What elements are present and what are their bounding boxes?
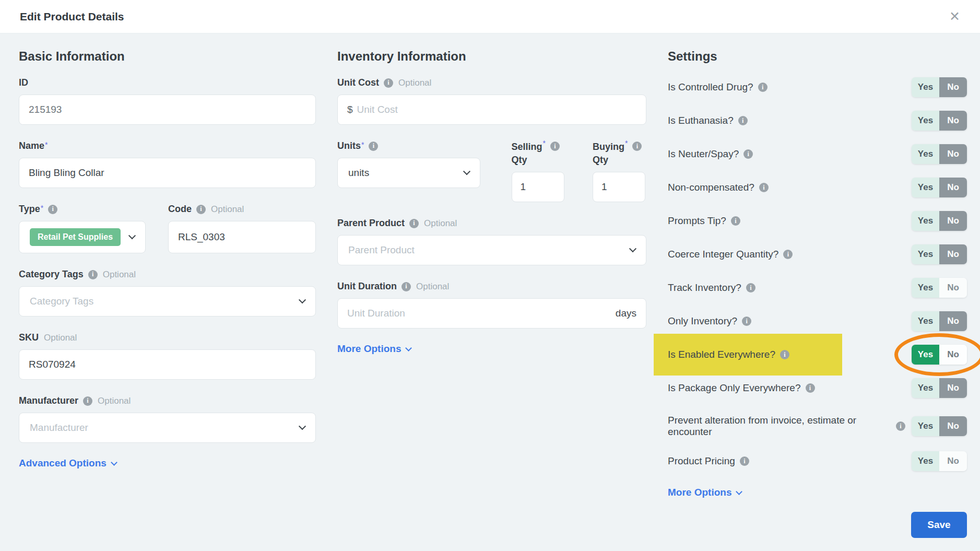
toggle-yes-option[interactable]: Yes: [912, 244, 939, 264]
toggle-yes-option[interactable]: Yes: [912, 416, 939, 436]
manufacturer-select[interactable]: Manufacturer: [19, 413, 316, 443]
selling-qty-input[interactable]: [521, 181, 556, 193]
info-icon[interactable]: i: [758, 83, 768, 92]
advanced-options-link[interactable]: Advanced Options: [19, 458, 116, 469]
toggle-no-option[interactable]: No: [939, 144, 967, 164]
yes-no-toggle[interactable]: Yes No: [912, 111, 967, 131]
yes-no-toggle[interactable]: Yes No: [912, 311, 967, 331]
yes-no-toggle[interactable]: Yes No: [912, 77, 967, 97]
setting-label: Track Inventory?: [668, 282, 741, 294]
unit-cost-input[interactable]: [357, 104, 636, 115]
yes-no-toggle[interactable]: Yes No: [912, 278, 967, 298]
yes-no-toggle[interactable]: Yes No: [912, 378, 967, 398]
toggle-no-option[interactable]: No: [939, 244, 967, 264]
info-icon[interactable]: i: [550, 142, 560, 151]
info-icon[interactable]: i: [780, 350, 789, 359]
units-field-group: Units* i units: [337, 140, 480, 202]
setting-label: Product Pricing: [668, 455, 735, 467]
inventory-information-heading: Inventory Information: [337, 49, 646, 64]
info-icon[interactable]: i: [409, 219, 419, 228]
toggle-no-option[interactable]: No: [939, 111, 967, 131]
yes-no-toggle[interactable]: Yes No: [912, 451, 967, 471]
basic-information-section: Basic Information ID Name* Type* i: [19, 49, 316, 538]
toggle-yes-option[interactable]: Yes: [912, 77, 939, 97]
toggle-yes-option[interactable]: Yes: [912, 451, 939, 471]
toggle-no-option[interactable]: No: [939, 451, 967, 471]
id-input[interactable]: [29, 104, 306, 115]
toggle-yes-option[interactable]: Yes: [912, 211, 939, 231]
info-icon[interactable]: i: [402, 282, 411, 291]
chevron-down-icon: [111, 459, 117, 466]
save-button[interactable]: Save: [911, 512, 967, 538]
info-icon[interactable]: i: [740, 456, 749, 466]
category-tags-select[interactable]: Category Tags: [19, 286, 316, 316]
info-icon[interactable]: i: [759, 183, 769, 192]
toggle-no-option[interactable]: No: [939, 77, 967, 97]
units-select[interactable]: units: [337, 158, 480, 188]
name-label: Name: [19, 140, 44, 151]
info-icon[interactable]: i: [384, 78, 393, 88]
yes-no-toggle[interactable]: Yes No: [912, 211, 967, 231]
unit-cost-field-group: Unit Cost i Optional $: [337, 77, 646, 125]
settings-more-options-link[interactable]: More Options: [668, 487, 967, 498]
name-field-group: Name*: [19, 140, 316, 188]
toggle-yes-option[interactable]: Yes: [912, 111, 939, 131]
close-icon[interactable]: ✕: [949, 10, 960, 23]
unit-duration-input[interactable]: [347, 308, 616, 319]
chevron-down-icon: [299, 423, 306, 430]
setting-label: Prompts Tip?: [668, 215, 726, 227]
yes-no-toggle[interactable]: Yes No: [912, 416, 967, 436]
settings-row-is-package-only-everywhere: Is Package Only Everywhere? i i Yes No: [668, 378, 967, 398]
toggle-no-option[interactable]: No: [939, 345, 967, 365]
id-label: ID: [19, 77, 28, 88]
info-icon[interactable]: i: [731, 216, 740, 226]
toggle-yes-option[interactable]: Yes: [912, 378, 939, 398]
sku-input[interactable]: [29, 359, 306, 370]
toggle-no-option[interactable]: No: [939, 416, 967, 436]
info-icon[interactable]: i: [743, 149, 753, 159]
buying-qty-input[interactable]: [601, 181, 636, 193]
toggle-no-option[interactable]: No: [939, 211, 967, 231]
optional-tag: Optional: [103, 269, 136, 280]
info-icon[interactable]: i: [83, 396, 92, 406]
type-pill: Retail Pet Supplies: [30, 228, 121, 246]
info-icon[interactable]: i: [896, 421, 905, 431]
manufacturer-label: Manufacturer: [19, 395, 78, 406]
yes-no-toggle[interactable]: Yes No: [912, 178, 967, 197]
toggle-no-option[interactable]: No: [939, 278, 967, 298]
category-tags-label: Category Tags: [19, 269, 84, 280]
toggle-yes-option[interactable]: Yes: [912, 178, 939, 197]
inventory-more-options-link[interactable]: More Options: [337, 343, 411, 355]
info-icon[interactable]: i: [742, 316, 751, 326]
chevron-down-icon: [736, 488, 743, 495]
info-icon[interactable]: i: [746, 283, 755, 292]
setting-label: Is Package Only Everywhere?: [668, 382, 801, 394]
toggle-no-option[interactable]: No: [939, 311, 967, 331]
info-icon[interactable]: i: [196, 205, 206, 214]
info-icon[interactable]: i: [632, 142, 642, 151]
toggle-yes-option[interactable]: Yes: [912, 345, 939, 365]
info-icon[interactable]: i: [738, 116, 748, 125]
type-select[interactable]: Retail Pet Supplies: [19, 221, 146, 253]
code-input[interactable]: [178, 231, 306, 243]
settings-row-is-enabled-everywhere: Is Enabled Everywhere? i i Yes No: [668, 345, 967, 365]
parent-product-select[interactable]: Parent Product: [337, 235, 646, 265]
id-field-group: ID: [19, 77, 316, 125]
type-label: Type: [19, 204, 40, 215]
toggle-yes-option[interactable]: Yes: [912, 311, 939, 331]
yes-no-toggle[interactable]: Yes No: [912, 144, 967, 164]
toggle-no-option[interactable]: No: [939, 378, 967, 398]
chevron-down-icon: [299, 296, 306, 303]
unit-duration-suffix: days: [616, 308, 636, 319]
toggle-no-option[interactable]: No: [939, 178, 967, 197]
info-icon[interactable]: i: [48, 205, 57, 214]
info-icon[interactable]: i: [88, 270, 98, 279]
name-input[interactable]: [29, 167, 306, 179]
info-icon[interactable]: i: [806, 383, 815, 393]
toggle-yes-option[interactable]: Yes: [912, 144, 939, 164]
info-icon[interactable]: i: [783, 250, 793, 259]
info-icon[interactable]: i: [369, 142, 378, 151]
toggle-yes-option[interactable]: Yes: [912, 278, 939, 298]
yes-no-toggle[interactable]: Yes No: [912, 244, 967, 264]
yes-no-toggle[interactable]: Yes No: [912, 345, 967, 365]
